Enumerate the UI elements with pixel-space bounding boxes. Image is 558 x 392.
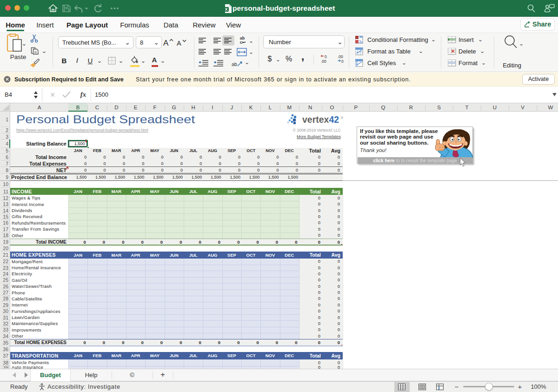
svg-text:.00: .00	[321, 59, 326, 64]
svg-text:.00: .00	[338, 54, 343, 59]
svg-text:X: X	[225, 7, 228, 12]
svg-text:A: A	[177, 40, 181, 47]
svg-text:ab: ab	[232, 61, 237, 67]
svg-text:A: A	[163, 39, 169, 47]
svg-text:0: 0	[325, 54, 327, 59]
svg-text:0: 0	[341, 59, 344, 64]
